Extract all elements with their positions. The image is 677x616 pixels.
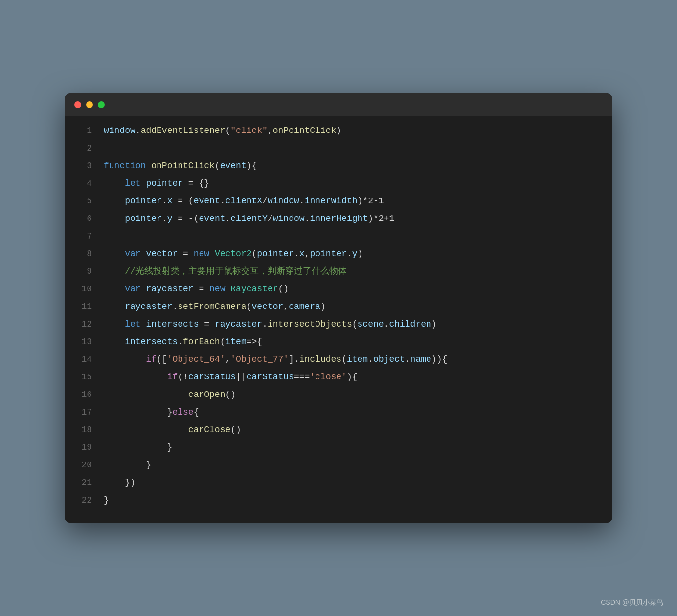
line-number: 15 [74,372,92,382]
token: window [268,196,299,206]
line-number: 5 [74,196,92,206]
token: setFromCamera [178,302,246,311]
token: vector [146,249,178,259]
code-line: 12 let intersects = raycaster.intersectO… [65,317,612,335]
code-line: 13 intersects.forEach(item=>{ [65,335,612,352]
token: raycaster [215,319,262,329]
token: 'close' [310,372,347,382]
code-content: } [104,493,109,507]
token: intersects [125,337,178,347]
token: else [172,407,193,417]
token: ( [220,337,226,347]
line-number: 9 [74,266,92,276]
token: { [194,407,199,417]
token: Vector2 [215,249,252,259]
code-line: 8 var vector = new Vector2(pointer.x,poi… [65,247,612,264]
token: = {} [183,178,209,188]
token: carClose [188,425,230,435]
token: item [347,354,368,364]
token: ([ [157,354,167,364]
token: carStatus [247,372,294,382]
line-number: 8 [74,249,92,259]
token: innerHeight [310,214,368,223]
token: . [135,126,141,135]
line-number: 7 [74,231,92,241]
token: } [167,407,173,417]
token: x [167,196,173,206]
token: , [268,126,273,135]
code-line: 6 pointer.y = -(event.clientY/window.inn… [65,212,612,229]
watermark: CSDN @贝贝小菜鸟 [601,598,663,607]
code-line: 16 carOpen() [65,388,612,405]
code-line: 15 if(!carStatus||carStatus==='close'){ [65,370,612,388]
token [104,319,125,329]
token [104,214,125,223]
line-number: 6 [74,214,92,223]
token: ( [352,319,358,329]
token: / [268,214,273,223]
token: . [162,214,167,223]
minimize-button[interactable] [86,101,93,108]
token: onPointClick [273,126,337,135]
token: = [199,319,214,329]
maximize-button[interactable] [98,101,105,108]
token: === [294,372,310,382]
token: . [162,196,167,206]
token: if [167,372,178,382]
token: camera [289,302,320,311]
token: ) [431,319,437,329]
token: new [194,249,209,259]
code-line: 4 let pointer = {} [65,176,612,194]
token: = -( [172,214,199,223]
code-content: if(['Object_64','Object_77'].includes(it… [104,352,447,367]
code-line: 3function onPointClick(event){ [65,159,612,176]
token: new [209,284,225,294]
titlebar [65,93,612,116]
token: } [104,442,172,452]
token: let [125,319,140,329]
token: name [410,354,431,364]
token: clientY [230,214,268,223]
token: , [305,249,310,259]
token: window [273,214,305,223]
token [104,354,146,364]
token: onPointClick [151,161,215,171]
line-number: 13 [74,337,92,347]
token: } [104,460,151,470]
token: 'Object_64' [167,354,226,364]
code-line: 1window.addEventListener("click",onPoint… [65,124,612,141]
code-line: 9 //光线投射类，主要用于鼠标交互，判断穿过了什么物体 [65,264,612,282]
code-content: raycaster.setFromCamera(vector,camera) [104,300,326,314]
token: function [104,161,146,171]
code-line: 7 [65,229,612,247]
code-content: pointer.y = -(event.clientY/window.inner… [104,212,394,226]
line-number: 20 [74,460,92,470]
token: ( [341,354,347,364]
token: raycaster [146,284,193,294]
token: "click" [230,126,268,135]
token: window [104,126,135,135]
token: || [236,372,247,382]
close-button[interactable] [74,101,81,108]
token: event [220,161,247,171]
token: ( [215,161,220,171]
token: pointer [310,249,347,259]
token [104,284,125,294]
token [104,196,125,206]
code-content: intersects.forEach(item=>{ [104,335,262,349]
token: scene [358,319,384,329]
line-number: 4 [74,178,92,188]
token: carStatus [188,372,236,382]
token: . [172,302,178,311]
code-line: 10 var raycaster = new Raycaster() [65,282,612,300]
line-number: 19 [74,442,92,452]
token [104,372,167,382]
token: raycaster [125,302,172,311]
token: 'Object_77' [230,354,289,364]
token: = [194,284,209,294]
token: pointer [146,178,183,188]
line-number: 1 [74,126,92,135]
code-line: 14 if(['Object_64','Object_77'].includes… [65,352,612,370]
token [104,407,167,417]
token: ){ [347,372,358,382]
